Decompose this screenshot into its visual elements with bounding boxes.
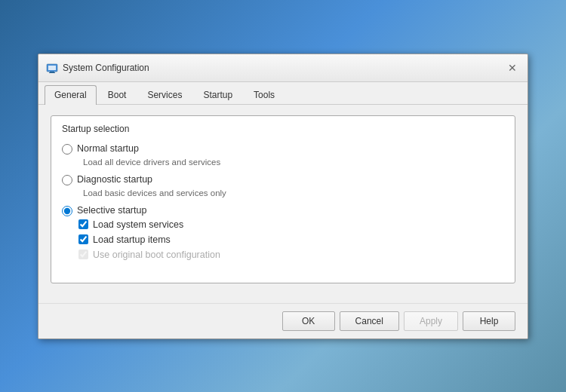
diagnostic-startup-sublabel: Load basic devices and services only [83, 188, 504, 198]
load-system-services-checkbox[interactable] [78, 219, 88, 229]
system-configuration-dialog: System Configuration ✕ General Boot Serv… [38, 54, 528, 339]
diagnostic-startup-group: Diagnostic startup Load basic devices an… [62, 174, 504, 198]
svg-rect-2 [50, 72, 54, 72]
diagnostic-startup-radio[interactable] [62, 175, 72, 185]
title-bar: System Configuration ✕ [38, 54, 528, 82]
selective-checkboxes: Load system services Load startup items … [78, 219, 504, 260]
selective-startup-radio[interactable] [62, 206, 72, 216]
title-bar-left: System Configuration [46, 62, 149, 74]
normal-startup-radio[interactable] [62, 144, 72, 155]
dialog-title: System Configuration [63, 63, 149, 73]
load-system-services-item: Load system services [78, 219, 504, 230]
tab-services[interactable]: Services [137, 85, 192, 104]
tab-bar: General Boot Services Startup Tools [38, 82, 528, 105]
selective-startup-radio-item: Selective startup [62, 205, 504, 216]
tab-general[interactable]: General [45, 85, 97, 105]
load-startup-items-label: Load startup items [93, 234, 171, 245]
startup-selection-group: Startup selection Normal startup Load al… [51, 115, 515, 283]
close-button[interactable]: ✕ [505, 60, 520, 75]
load-startup-items-item: Load startup items [78, 234, 504, 245]
tab-boot[interactable]: Boot [98, 85, 137, 104]
use-original-boot-checkbox[interactable] [78, 250, 88, 259]
load-startup-items-checkbox[interactable] [78, 234, 88, 244]
selective-startup-label: Selective startup [77, 205, 146, 216]
dialog-content: Startup selection Normal startup Load al… [38, 105, 528, 303]
load-system-services-label: Load system services [93, 219, 183, 230]
app-icon [46, 62, 58, 74]
svg-rect-3 [49, 72, 55, 73]
ok-button[interactable]: OK [282, 311, 335, 331]
group-title: Startup selection [62, 124, 504, 134]
diagnostic-startup-label: Diagnostic startup [77, 174, 152, 185]
tab-startup[interactable]: Startup [193, 85, 242, 104]
apply-button[interactable]: Apply [404, 311, 458, 331]
cancel-button[interactable]: Cancel [340, 311, 399, 331]
dialog-footer: OK Cancel Apply Help [38, 303, 528, 338]
use-original-boot-item: Use original boot configuration [78, 250, 504, 260]
normal-startup-label: Normal startup [77, 143, 139, 154]
diagnostic-startup-radio-item: Diagnostic startup [62, 174, 504, 185]
selective-startup-group: Selective startup Load system services L… [62, 205, 504, 260]
svg-rect-1 [48, 66, 56, 70]
normal-startup-sublabel: Load all device drivers and services [83, 158, 504, 167]
use-original-boot-label: Use original boot configuration [93, 250, 220, 260]
help-button[interactable]: Help [463, 311, 515, 331]
tab-tools[interactable]: Tools [244, 85, 285, 104]
normal-startup-radio-item: Normal startup [62, 143, 504, 155]
normal-startup-group: Normal startup Load all device drivers a… [62, 143, 504, 167]
